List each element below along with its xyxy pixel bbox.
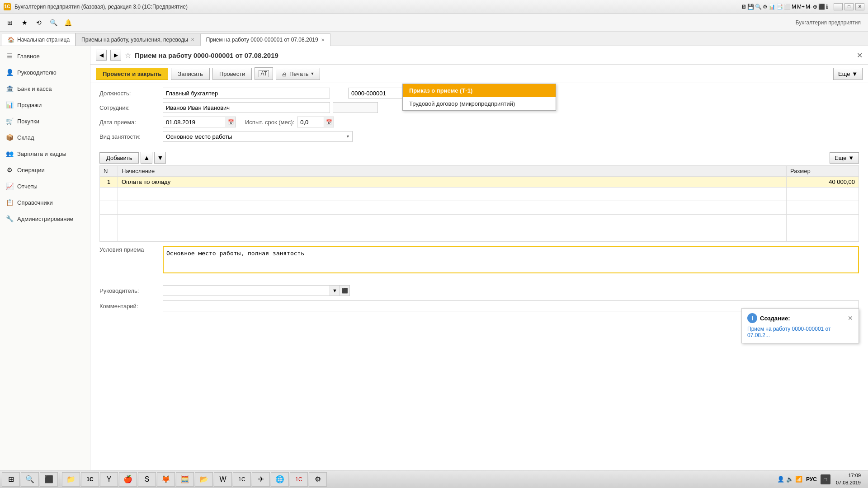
nav-back-button[interactable]: ◀ (96, 50, 107, 61)
rukovoditel-link-button[interactable]: ⬛ (340, 285, 350, 296)
taskbar-fruit-button[interactable]: 🍎 (119, 472, 137, 487)
apps-button[interactable]: ⊞ (4, 16, 16, 29)
admin-icon: 🔧 (5, 215, 14, 223)
esche-button[interactable]: Еще ▼ (833, 68, 863, 80)
sys-tray-icons: 👤 🔈 📶 (777, 476, 802, 483)
sidebar-item-spravochniki[interactable]: 📋 Справочники (0, 194, 90, 211)
at-icon-button[interactable]: AT (255, 67, 273, 80)
taskbar-settings-button[interactable]: ⚙ (309, 472, 327, 487)
history-button[interactable]: ⟲ (33, 16, 45, 29)
titlebar-sys-icons: 🖥 💾 🔍 ⚙ 📊 📑 ⬜ M M+ M- ⊕ ⬛ ℹ (741, 4, 828, 10)
titlebar-controls[interactable]: — □ ✕ (834, 3, 864, 10)
notifications-button[interactable]: 🔔 (61, 16, 74, 29)
conditions-area: Условия приема Основное место работы, по… (90, 242, 868, 282)
rukovoditel-input[interactable] (163, 285, 330, 296)
print-item-prikaz[interactable]: Приказ о приеме (Т-1) (403, 84, 556, 97)
pechat-button[interactable]: 🖨 Печать ▼ (276, 68, 321, 80)
sidebar-item-glavnoe[interactable]: ☰ Главное (0, 48, 90, 64)
ispyt-calendar-button[interactable]: 📅 (324, 117, 334, 127)
esche-table-button[interactable]: Еще ▼ (830, 152, 859, 164)
taskbar-notification-count[interactable]: □ (821, 474, 830, 484)
calendar-button[interactable]: 📅 (226, 117, 236, 127)
glavnoe-icon: ☰ (5, 52, 14, 60)
vid-zanyatosti-select[interactable]: Основное место работы Совместительство (163, 131, 353, 142)
taskbar-calc-button[interactable]: 🧮 (176, 472, 194, 487)
taskbar-1c2-button[interactable]: 1С (233, 472, 251, 487)
minimize-button[interactable]: — (834, 3, 843, 10)
taskbar-1c3-button[interactable]: 1С (290, 472, 308, 487)
taskbar-files-button[interactable]: 📂 (195, 472, 213, 487)
conditions-label: Условия приема (99, 246, 163, 253)
taskbar-1c-button[interactable]: 1С (81, 472, 99, 487)
doc-toolbar: Провести и закрыть Записать Провести AT … (90, 65, 868, 83)
move-up-button[interactable]: ▲ (141, 152, 152, 164)
rukovoditel-dropdown-button[interactable]: ▼ (330, 285, 340, 296)
taskview-button[interactable]: ⬛ (40, 472, 58, 487)
sotrudnik-input[interactable] (163, 102, 330, 113)
tab-doc[interactable]: Прием на работу 0000-000001 от 07.08.201… (200, 33, 330, 46)
close-button-title[interactable]: ✕ (855, 3, 864, 10)
tab-hires[interactable]: Приемы на работу, увольнения, переводы ✕ (75, 33, 200, 46)
table-empty-row3 (100, 215, 859, 228)
prodazhi-icon: 📊 (5, 101, 14, 109)
cell-razmer: 40 000,00 (787, 177, 859, 188)
tab-doc-close[interactable]: ✕ (321, 38, 325, 42)
taskbar-explorer-button[interactable]: 📁 (62, 472, 80, 487)
bank-icon: 🏦 (5, 84, 14, 93)
sidebar-item-sklad[interactable]: 📦 Склад (0, 129, 90, 145)
bookmark-icon[interactable]: ☆ (125, 51, 131, 60)
zarplata-icon: 👥 (5, 150, 14, 158)
sklad-icon: 📦 (5, 133, 14, 141)
doc-title: Прием на работу 0000-000001 от 07.08.201… (135, 52, 853, 59)
notif-info-icon: i (747, 313, 757, 323)
sidebar-label-zarplata: Зарплата и кадры (17, 150, 66, 157)
sidebar-label-glavnoe: Главное (17, 53, 40, 60)
print-item-trudovoy[interactable]: Трудовой договор (микропредприятий) (403, 97, 556, 110)
taskbar-yandex-button[interactable]: Y (100, 472, 118, 487)
taskbar-skype-button[interactable]: S (138, 472, 156, 487)
notif-link[interactable]: Прием на работу 0000-000001 от 07.08.2..… (747, 326, 830, 338)
notif-close-button[interactable]: ✕ (848, 314, 853, 322)
sidebar-item-zarplata[interactable]: 👥 Зарплата и кадры (0, 145, 90, 162)
pechat-dropdown-arrow: ▼ (310, 71, 314, 76)
lang-indicator[interactable]: РУС (804, 475, 819, 483)
taskbar-chrome-button[interactable]: 🌐 (271, 472, 289, 487)
sidebar-item-rukovoditel[interactable]: 👤 Руководителю (0, 64, 90, 80)
conditions-textarea[interactable]: Основное место работы, полная занятость (163, 246, 859, 273)
search-taskbar-button[interactable]: 🔍 (21, 472, 39, 487)
taskbar-word-button[interactable]: W (214, 472, 232, 487)
nav-forward-button[interactable]: ▶ (110, 50, 121, 61)
taskbar-date-value: 07.08.2019 (836, 479, 861, 486)
ispyt-srok-input[interactable] (297, 117, 324, 127)
sidebar-item-operacii[interactable]: ⚙ Операции (0, 162, 90, 178)
sidebar-item-prodazhi[interactable]: 📊 Продажи (0, 97, 90, 113)
provesti-i-zakryt-button[interactable]: Провести и закрыть (96, 68, 168, 80)
sidebar-item-bank[interactable]: 🏦 Банк и касса (0, 80, 90, 97)
sidebar-label-otchety: Отчеты (17, 183, 38, 190)
search-button[interactable]: 🔍 (47, 16, 60, 29)
col-header-razmer: Размер (787, 166, 859, 177)
start-button[interactable]: ⊞ (2, 472, 20, 487)
zapisat-button[interactable]: Записать (171, 68, 210, 80)
vid-zanyatosti-label: Вид занятости: (99, 133, 163, 140)
doc-area: ◀ ▶ ☆ Прием на работу 0000-000001 от 07.… (90, 46, 868, 470)
taskbar-telegram-button[interactable]: ✈ (252, 472, 270, 487)
dobavit-button[interactable]: Добавить (99, 152, 139, 164)
sidebar-item-pokupki[interactable]: 🛒 Покупки (0, 113, 90, 129)
sidebar-item-otchety[interactable]: 📈 Отчеты (0, 178, 90, 194)
sidebar-label-operacii: Операции (17, 167, 45, 174)
provesti-button[interactable]: Провести (212, 68, 252, 80)
table-row[interactable]: 1 Оплата по окладу 40 000,00 (100, 177, 859, 188)
data-priema-input[interactable] (163, 117, 226, 127)
maximize-button[interactable]: □ (844, 3, 854, 10)
sidebar-label-bank: Банк и касса (17, 85, 52, 92)
move-down-button[interactable]: ▼ (154, 152, 166, 164)
doc-close-button[interactable]: ✕ (857, 51, 863, 60)
sidebar-item-admin[interactable]: 🔧 Администрирование (0, 211, 90, 227)
kommentarii-label: Комментарий: (99, 303, 163, 310)
taskbar-firefox-button[interactable]: 🦊 (157, 472, 175, 487)
favorites-button[interactable]: ★ (18, 16, 31, 29)
tab-hires-close[interactable]: ✕ (191, 37, 194, 42)
tab-home[interactable]: 🏠 Начальная страница (2, 33, 75, 46)
dolzhnost-input[interactable] (163, 88, 330, 99)
